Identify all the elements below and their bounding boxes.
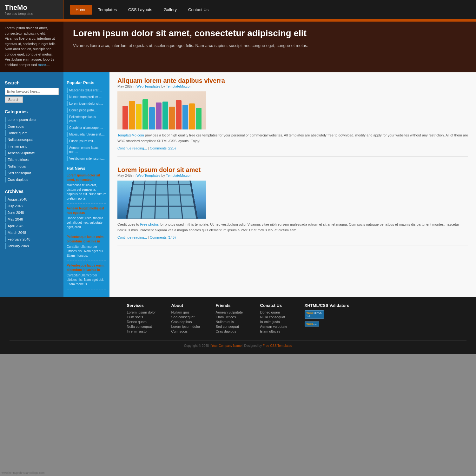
- nav-home[interactable]: Home: [70, 5, 92, 15]
- list-item[interactable]: Cras dapibus: [5, 177, 59, 182]
- post-1-meta: May 28th in Web Templates by TemplateMo.…: [117, 84, 468, 88]
- logo-subtitle: free css templates: [5, 12, 58, 16]
- archives-list: August 2048 July 2048 June 2048 May 2048…: [5, 196, 59, 249]
- designer-link[interactable]: Free CSS Templates: [263, 344, 292, 347]
- w3c-css-badge[interactable]: W3C css: [305, 321, 320, 327]
- post-2: Lorem ipsum dolor sit amet May 24th in W…: [117, 166, 468, 246]
- hot-news-link[interactable]: Lorem ipsum dolor sit amet, consectetur: [67, 174, 100, 182]
- list-item[interactable]: Nunc rutrum pretium ....: [67, 94, 106, 100]
- list-item[interactable]: Pellentesque lacus enim....: [67, 114, 106, 124]
- list-item[interactable]: Nullam quis: [5, 163, 59, 169]
- list-item[interactable]: In enim justo: [5, 143, 59, 149]
- list-item[interactable]: April 2048: [5, 223, 59, 229]
- footer-col-validators: XHTML/CSS Validators W3C XHTML1.0 W3C cs…: [305, 303, 349, 334]
- post-2-text: Credit goes to Free photos for photos us…: [117, 222, 468, 233]
- list-item: Cras dapibus: [171, 320, 203, 324]
- list-item: Lorem ipsum dolor: [127, 310, 159, 314]
- search-section-title: Search: [5, 80, 59, 85]
- nav-css-layouts[interactable]: CSS Layouts: [122, 5, 158, 15]
- hero-more-link[interactable]: more: [38, 63, 46, 67]
- post-2-meta: May 24th in Web Templates by TemplateMo.…: [117, 174, 468, 177]
- search-input[interactable]: [5, 88, 59, 95]
- list-item[interactable]: Maecenas tellus erat....: [67, 88, 106, 93]
- hot-news-link[interactable]: Pellentesque lacus enim, bibendum id lac…: [67, 264, 104, 272]
- list-item: Donec quam: [127, 320, 159, 324]
- list-item[interactable]: Sed consequat: [5, 170, 59, 176]
- post-1-comments[interactable]: Comments (225): [150, 146, 176, 150]
- list-item: In enim justo: [127, 329, 159, 333]
- post-1-image: [117, 91, 206, 129]
- building-image: [117, 181, 206, 219]
- post-1-author-link[interactable]: TemplateMo.com: [166, 84, 193, 88]
- list-item[interactable]: Etiam ultrices: [5, 157, 59, 162]
- list-item[interactable]: June 2048: [5, 210, 59, 215]
- post-2-comments[interactable]: Comments (145): [150, 235, 176, 239]
- list-item[interactable]: Nulla consequat: [5, 137, 59, 142]
- footer: Services Lorem ipsum dolor Cum socis Don…: [0, 297, 476, 354]
- post-2-footer: Continue reading... | Comments (145): [117, 235, 468, 239]
- post-2-author-link[interactable]: TemplateMo.com: [166, 174, 193, 177]
- hero-sidebar: Lorem ipsum dolor sit amet, consectetur …: [0, 22, 63, 72]
- list-item[interactable]: Cum socis: [5, 123, 59, 129]
- list-item[interactable]: Aenean vulputate: [5, 150, 59, 156]
- post-1-category-link[interactable]: Web Templates: [136, 84, 160, 88]
- w3c-xhtml-badge[interactable]: W3C XHTML1.0: [305, 310, 324, 319]
- list-item: Sed consequat: [216, 325, 248, 328]
- list-item[interactable]: Donec quam: [5, 130, 59, 136]
- list-item: Etam ultrices: [216, 315, 248, 319]
- post-1-title[interactable]: Aliquam lorem ante dapibus viverra: [117, 77, 225, 84]
- building-grid: [125, 181, 198, 219]
- list-item[interactable]: Curabitur ullamcorper....: [67, 125, 106, 130]
- list-item[interactable]: March 2048: [5, 230, 59, 235]
- post-2-body-link[interactable]: Free photos: [140, 222, 159, 226]
- list-item[interactable]: February 2048: [5, 236, 59, 242]
- post-2-category-link[interactable]: Web Templates: [136, 174, 160, 177]
- list-item[interactable]: Fusce ipsum velt....: [67, 138, 106, 144]
- main-nav: Home Templates CSS Layouts Gallery Conta…: [63, 0, 476, 19]
- hot-news-text: Donec pede justo, fringilla vel, aliquet…: [67, 216, 106, 229]
- list-item[interactable]: Aenean ornare lacus non....: [67, 145, 106, 155]
- list-item[interactable]: Malesuada rutrum erat....: [67, 132, 106, 137]
- footer-contact-title: Conatct Us: [260, 303, 292, 308]
- list-item[interactable]: January 2048: [5, 243, 59, 249]
- hot-news-link[interactable]: Aenean feugat mollis est nec egestas: [67, 207, 104, 215]
- hero-sidebar-text: Lorem ipsum dolor sit amet, consectetur …: [5, 26, 56, 67]
- footer-col-about: About Nullam quis Sed consequat Cras dap…: [171, 303, 203, 334]
- list-item[interactable]: July 2048: [5, 203, 59, 209]
- list-item[interactable]: Vestibulum ante ipsum....: [67, 156, 106, 161]
- list-item[interactable]: May 2048: [5, 216, 59, 222]
- hot-news-text: Curabitur ullamcorper ultrices nisi. Nam…: [67, 245, 106, 258]
- list-item: Nulla consequat: [260, 315, 292, 319]
- footer-col-contact: Conatct Us Donec quam Nulla consequat In…: [260, 303, 292, 334]
- w3c-css-badge-row: W3C css: [305, 321, 349, 328]
- hot-news-link[interactable]: Pellentesque lacus enim, bibendum id lac…: [67, 235, 104, 243]
- nav-contact[interactable]: Contact Us: [182, 5, 214, 15]
- list-item[interactable]: August 2048: [5, 196, 59, 202]
- footer-services-title: Services: [127, 303, 159, 308]
- pencils-image: [117, 91, 206, 129]
- list-item[interactable]: Donec pede justo....: [67, 108, 106, 113]
- popular-posts-list: Maecenas tellus erat.... Nunc rutrum pre…: [67, 88, 106, 161]
- list-item: In enim justo: [260, 320, 292, 324]
- post-2-continue[interactable]: Continue reading...: [117, 235, 147, 239]
- search-button[interactable]: Search: [5, 96, 23, 103]
- hot-news-item: Aenean feugat mollis est nec egestas Don…: [67, 206, 106, 232]
- list-item: Cras dapibus: [216, 329, 248, 333]
- company-link[interactable]: Your Company Name: [211, 344, 241, 347]
- list-item: Aenean vulputate: [216, 310, 248, 314]
- post-2-title[interactable]: Lorem ipsum dolor sit amet: [117, 166, 201, 173]
- post-2-image: [117, 181, 206, 219]
- list-item[interactable]: Lorem ipsum dolor sit....: [67, 101, 106, 106]
- nav-gallery[interactable]: Gallery: [158, 5, 182, 15]
- list-item[interactable]: Lorem ipsum dolor: [5, 117, 59, 122]
- post-1-body-link[interactable]: TemplateMo.com: [117, 133, 144, 137]
- hot-news-text: Maecenas tellus erat, dictum vel semper …: [67, 183, 106, 201]
- post-1-continue[interactable]: Continue reading...: [117, 146, 147, 150]
- post-1-text: TemplateMo.com provides a lot of high qu…: [117, 133, 468, 144]
- footer-col-services: Services Lorem ipsum dolor Cum socis Don…: [127, 303, 159, 334]
- nav-templates[interactable]: Templates: [92, 5, 122, 15]
- footer-bottom: Copyright © 2048 | Your Company Name | D…: [10, 340, 466, 347]
- popular-posts-title: Popular Posts: [67, 80, 106, 85]
- list-item: Nullam quis: [216, 320, 248, 324]
- main-content: Aliquam lorem ante dapibus viverra May 2…: [109, 72, 476, 297]
